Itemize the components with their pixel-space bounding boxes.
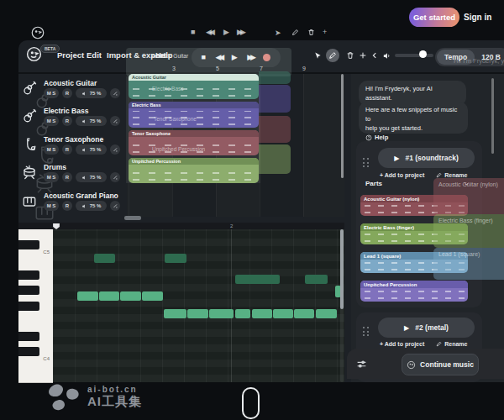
midi-note[interactable] bbox=[99, 291, 119, 301]
black-key[interactable] bbox=[18, 332, 39, 341]
record-arm-button[interactable]: R bbox=[62, 88, 72, 98]
mute-solo-buttons[interactable]: M S bbox=[44, 116, 59, 126]
speaker-icon[interactable] bbox=[380, 49, 393, 62]
midi-note[interactable] bbox=[94, 254, 115, 263]
mute-solo-buttons[interactable]: M S bbox=[44, 144, 59, 155]
track-row-sax[interactable]: Tenor SaxophoneM SR75 % bbox=[20, 134, 124, 159]
midi-note[interactable] bbox=[294, 309, 314, 318]
continue-music-label: Continue music bbox=[420, 360, 474, 369]
ghost-ruler-number: 9 bbox=[302, 66, 306, 71]
black-key[interactable] bbox=[18, 347, 39, 356]
track-row-guitar[interactable]: Acoustic GuitarM SR75 % bbox=[20, 77, 124, 102]
add-to-project-label: Add to project bbox=[385, 341, 424, 347]
track-volume-control[interactable]: 75 % bbox=[76, 144, 107, 155]
track-volume-value: 75 % bbox=[90, 147, 102, 152]
pin-icon-ghost: ➤ bbox=[275, 29, 281, 37]
black-key[interactable] bbox=[18, 240, 39, 249]
watermark-line1: ai-bot.cn bbox=[87, 385, 142, 394]
assistant-panel-scrollbar[interactable] bbox=[491, 78, 494, 154]
track-volume-value: 75 % bbox=[90, 118, 102, 123]
volume-slider[interactable] bbox=[395, 54, 433, 57]
record-arm-button[interactable]: R bbox=[62, 116, 72, 126]
midi-note[interactable] bbox=[165, 254, 186, 263]
piano-keyboard[interactable]: C5C4 bbox=[18, 229, 53, 382]
menu-edit[interactable]: Edit bbox=[87, 50, 102, 60]
track-volume-control[interactable]: 75 % bbox=[76, 172, 107, 182]
midi-note[interactable] bbox=[120, 291, 141, 301]
midi-note[interactable] bbox=[209, 309, 234, 318]
track-controls: M SR75 % bbox=[44, 88, 120, 98]
snippet-1-play-button[interactable]: ▶ #1 (soundtrack) bbox=[378, 148, 475, 168]
track-volume-value: 75 % bbox=[90, 91, 102, 96]
drums-icon bbox=[22, 165, 37, 180]
midi-note[interactable] bbox=[273, 309, 293, 318]
track-controls: M SR75 % bbox=[44, 116, 120, 126]
track-controls: M SR75 % bbox=[44, 172, 120, 182]
rename-button[interactable]: Rename bbox=[436, 172, 467, 178]
mute-solo-buttons[interactable]: M S bbox=[44, 201, 59, 211]
midi-note[interactable] bbox=[252, 309, 272, 318]
watermark-logo-icon bbox=[47, 383, 81, 412]
track-options-button[interactable] bbox=[110, 88, 120, 98]
timeline-vertical-scrollbar[interactable] bbox=[341, 74, 344, 178]
track-row-drums[interactable]: DrumsM SR75 % bbox=[20, 161, 124, 186]
track-options-button[interactable] bbox=[110, 172, 120, 182]
part-chip-unpitched-percussion[interactable]: Unpitched Percussion bbox=[360, 281, 468, 302]
scroll-mouse-indicator bbox=[242, 387, 260, 419]
midi-note[interactable] bbox=[77, 291, 98, 301]
track-options-button[interactable] bbox=[110, 116, 120, 126]
snippet-2-play-button[interactable]: ▶ #2 (metal) bbox=[378, 318, 475, 338]
get-started-button[interactable]: Get started bbox=[409, 8, 459, 27]
piano-roll-grid[interactable] bbox=[53, 229, 344, 382]
midi-note[interactable] bbox=[235, 275, 280, 284]
add-to-project-button[interactable]: + Add to project bbox=[380, 341, 424, 347]
record-arm-button[interactable]: R bbox=[62, 201, 72, 211]
white-key[interactable] bbox=[18, 367, 53, 383]
trash-icon-ghost bbox=[307, 29, 315, 38]
pencil-tool-button[interactable] bbox=[326, 49, 339, 62]
midi-note[interactable] bbox=[164, 309, 186, 318]
black-key[interactable] bbox=[18, 302, 39, 311]
track-controls: M SR75 % bbox=[44, 144, 120, 155]
track-row-guitar[interactable]: Electric BassM SR75 % bbox=[20, 105, 124, 130]
timeline-horizontal-scrollbar[interactable] bbox=[124, 216, 141, 220]
midi-note[interactable] bbox=[142, 291, 163, 301]
continue-music-button[interactable]: Continue music bbox=[402, 354, 479, 375]
midi-note[interactable] bbox=[305, 275, 328, 284]
record-arm-button[interactable]: R bbox=[62, 172, 72, 182]
snippet-1-title: #1 (soundtrack) bbox=[405, 154, 458, 162]
piano-roll-ruler[interactable]: 2 bbox=[18, 223, 344, 229]
track-volume-control[interactable]: 75 % bbox=[76, 88, 107, 98]
record-arm-button[interactable]: R bbox=[62, 144, 72, 155]
track-volume-control[interactable]: 75 % bbox=[76, 201, 107, 211]
black-key[interactable] bbox=[18, 286, 39, 295]
drag-handle-icon[interactable] bbox=[363, 327, 370, 337]
piano-roll-vertical-scrollbar[interactable] bbox=[340, 229, 344, 309]
sign-in-link[interactable]: Sign in bbox=[464, 13, 491, 22]
black-key[interactable] bbox=[18, 270, 39, 280]
mute-solo-buttons[interactable]: M S bbox=[44, 172, 59, 182]
track-options-button[interactable] bbox=[110, 144, 120, 155]
fast-forward-icon-ghost: ▶▶ bbox=[237, 28, 244, 36]
pointer-tool-button[interactable] bbox=[311, 49, 324, 62]
mixer-settings-icon[interactable] bbox=[356, 358, 367, 373]
drag-handle-icon[interactable] bbox=[363, 158, 370, 168]
ghost-clip-extension bbox=[259, 144, 291, 174]
menu-project[interactable]: Project bbox=[57, 50, 84, 60]
ghost-part-chip: Acoustic Guitar (nylon) bbox=[433, 178, 504, 214]
midi-note[interactable] bbox=[187, 309, 208, 318]
track-options-button[interactable] bbox=[110, 201, 120, 211]
midi-note[interactable] bbox=[316, 309, 337, 318]
loop-marker-icon[interactable] bbox=[53, 223, 60, 229]
mute-solo-buttons[interactable]: M S bbox=[44, 88, 59, 98]
delete-tool-button[interactable] bbox=[344, 49, 357, 62]
speaker-icon bbox=[81, 91, 87, 97]
question-circle-icon bbox=[365, 134, 372, 141]
rename-button[interactable]: Rename bbox=[436, 341, 467, 347]
track-row-piano[interactable]: Acoustic Grand PianoM SR75 % bbox=[20, 190, 124, 215]
ghost-row-label: Tenor Saxophone bbox=[154, 116, 197, 122]
track-volume-control[interactable]: 75 % bbox=[76, 116, 107, 126]
volume-slider-knob[interactable] bbox=[419, 50, 427, 58]
add-to-project-button[interactable]: + Add to project bbox=[380, 172, 424, 178]
midi-note[interactable] bbox=[235, 309, 250, 318]
